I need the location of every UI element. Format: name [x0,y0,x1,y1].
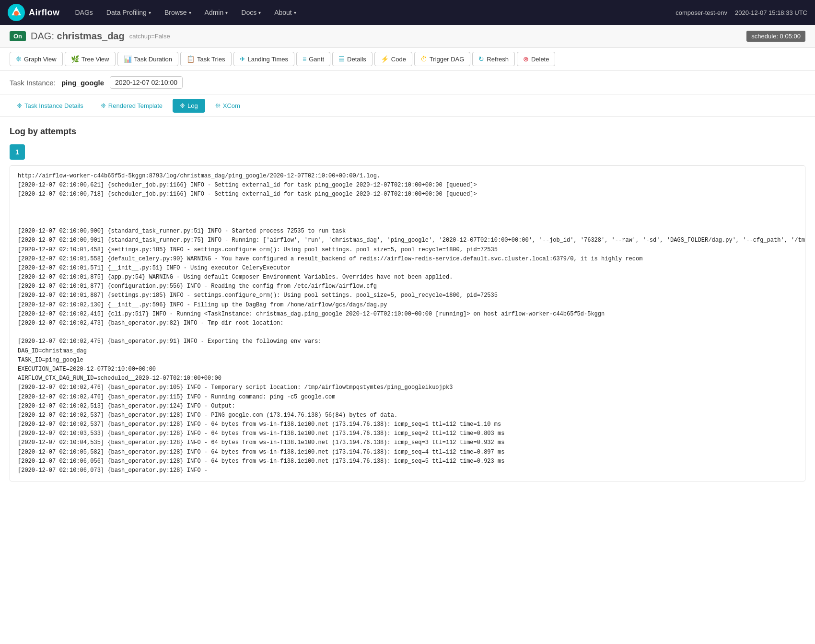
tab-rendered-template[interactable]: ❊ Rendered Template [93,99,170,113]
catchup-label: catchup=False [129,33,170,40]
task-tries-button[interactable]: 📋 Task Tries [180,52,232,66]
code-button[interactable]: ⚡ Code [374,52,412,66]
toolbar: ❊ Graph View 🌿 Tree View 📊 Task Duration… [0,48,815,70]
dag-title-area: On DAG: christmas_dag catchup=False [10,31,170,42]
brand-name: Airflow [29,8,60,18]
task-instance-bar: Task Instance: ping_google 2020-12-07 02… [0,70,815,95]
refresh-icon: ↻ [478,55,484,63]
task-duration-button[interactable]: 📊 Task Duration [117,52,178,66]
chevron-down-icon: ▾ [149,10,151,15]
details-button[interactable]: ☰ Details [332,52,373,66]
nav-datetime: 2020-12-07 15:18:33 UTC [735,9,807,16]
log-output: http://airflow-worker-c44b65f5d-5kggn:87… [10,165,805,481]
chevron-down-icon: ▾ [294,10,296,15]
nav-docs[interactable]: Docs ▾ [235,5,267,20]
nav-about[interactable]: About ▾ [268,5,302,20]
tries-icon: 📋 [186,55,195,63]
on-badge[interactable]: On [10,31,26,41]
task-instance-label: Task Instance: [10,79,56,87]
refresh-button[interactable]: ↻ Refresh [472,52,515,66]
nav-admin[interactable]: Admin ▾ [199,5,234,20]
xcom-icon: ❊ [215,102,221,109]
code-icon: ⚡ [381,55,389,63]
tab-log[interactable]: ❊ Log [173,99,205,113]
tree-icon: 🌿 [71,55,79,63]
tree-view-button[interactable]: 🌿 Tree View [65,52,116,66]
env-name: composer-test-env [675,9,727,16]
dag-prefix: DAG: christmas_dag [31,31,125,42]
task-instance-name: ping_google [61,79,104,87]
sub-tabs: ❊ Task Instance Details ❊ Rendered Templ… [0,95,815,117]
chevron-down-icon: ▾ [189,10,191,15]
tab-task-instance-details[interactable]: ❊ Task Instance Details [10,99,91,113]
details-tab-icon: ❊ [17,102,22,109]
landing-icon: ✈ [240,55,245,63]
navbar: Airflow DAGs Data Profiling ▾ Browse ▾ A… [0,0,815,25]
trigger-icon: ⏱ [420,55,427,63]
nav-dags[interactable]: DAGs [70,5,99,20]
main-content: Log by attempts 1 http://airflow-worker-… [0,117,815,491]
delete-icon: ⊗ [523,55,529,63]
airflow-logo-icon [8,4,25,21]
gantt-icon: ≡ [303,55,306,63]
schedule-badge: schedule: 0:05:00 [746,31,805,42]
attempt-1-badge[interactable]: 1 [10,144,25,160]
graph-icon: ❊ [16,55,22,63]
log-title: Log by attempts [10,127,805,137]
nav-data-profiling[interactable]: Data Profiling ▾ [101,5,157,20]
nav-right: composer-test-env 2020-12-07 15:18:33 UT… [675,9,807,16]
dag-name: christmas_dag [57,31,125,41]
landing-times-button[interactable]: ✈ Landing Times [233,52,295,66]
chevron-down-icon: ▾ [225,10,228,15]
chevron-down-icon: ▾ [258,10,261,15]
nav-browse[interactable]: Browse ▾ [159,5,197,20]
chart-icon: 📊 [124,55,132,63]
log-icon: ❊ [180,102,185,109]
task-instance-date: 2020-12-07 02:10:00 [110,76,183,89]
tab-xcom[interactable]: ❊ XCom [208,99,247,113]
details-icon: ☰ [338,55,345,63]
svg-point-2 [14,11,19,16]
trigger-dag-button[interactable]: ⏱ Trigger DAG [414,52,470,66]
brand: Airflow [8,4,60,21]
delete-button[interactable]: ⊗ Delete [517,52,556,66]
dag-header: On DAG: christmas_dag catchup=False sche… [0,25,815,48]
gantt-button[interactable]: ≡ Gantt [296,52,330,66]
template-icon: ❊ [101,102,106,109]
graph-view-button[interactable]: ❊ Graph View [10,52,63,66]
